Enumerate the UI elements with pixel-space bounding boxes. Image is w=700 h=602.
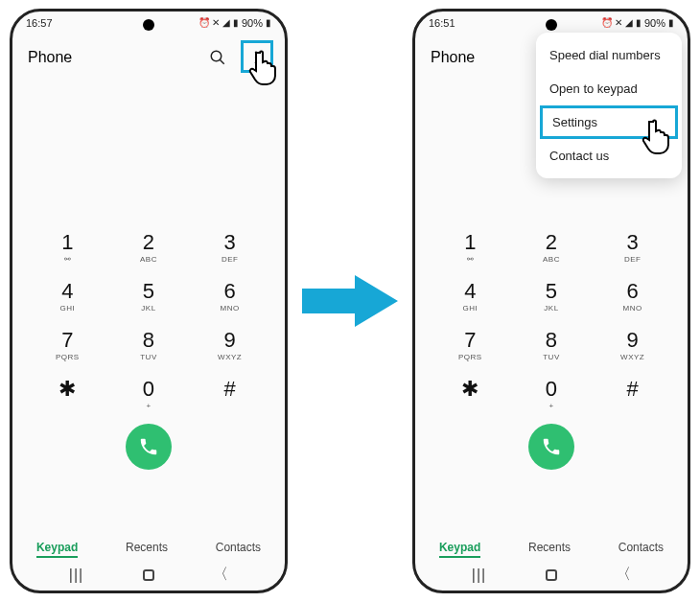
tab-contacts[interactable]: Contacts xyxy=(618,541,664,558)
key-1[interactable]: 1⚯ xyxy=(32,232,104,264)
nav-home-icon[interactable] xyxy=(143,569,154,581)
key-0[interactable]: 0+ xyxy=(113,379,185,410)
tab-keypad[interactable]: Keypad xyxy=(36,541,78,558)
menu-open-keypad[interactable]: Open to keypad xyxy=(536,72,682,105)
power-button xyxy=(689,203,690,238)
overflow-menu: Speed dial numbers Open to keypad Settin… xyxy=(536,33,682,178)
dialer-keypad: 1⚯2ABC3DEF4GHI5JKL6MNO7PQRS8TUV9WXYZ✱0+# xyxy=(434,232,668,410)
page-title: Phone xyxy=(431,49,475,66)
key-1[interactable]: 1⚯ xyxy=(434,232,506,264)
svg-line-1 xyxy=(220,59,224,64)
status-time: 16:57 xyxy=(26,17,53,29)
svg-point-2 xyxy=(255,52,257,54)
key-8[interactable]: 8TUV xyxy=(516,330,588,361)
menu-contact-us[interactable]: Contact us xyxy=(536,139,682,173)
call-button[interactable] xyxy=(126,424,172,470)
status-icons: ⏰ ✕ ◢ ▮ xyxy=(601,18,642,28)
phone-frame-step2: 16:51 ⏰ ✕ ◢ ▮ 90% ▮ Phone Speed dial num… xyxy=(412,9,690,593)
tab-keypad[interactable]: Keypad xyxy=(439,541,480,558)
camera-hole xyxy=(546,19,557,31)
call-button[interactable] xyxy=(528,424,574,470)
menu-speed-dial[interactable]: Speed dial numbers xyxy=(536,38,682,72)
power-button xyxy=(287,203,288,238)
volume-button xyxy=(689,136,690,194)
search-icon[interactable] xyxy=(204,44,231,71)
svg-point-3 xyxy=(255,57,257,58)
tab-recents[interactable]: Recents xyxy=(126,541,168,558)
key-3[interactable]: 3DEF xyxy=(596,232,668,264)
battery-icon: ▮ xyxy=(266,18,271,28)
page-title: Phone xyxy=(28,49,72,66)
more-options-icon[interactable] xyxy=(243,44,269,71)
tab-contacts[interactable]: Contacts xyxy=(216,541,261,558)
nav-recent-icon[interactable]: ||| xyxy=(472,567,486,584)
key-6[interactable]: 6MNO xyxy=(194,281,266,313)
key-6[interactable]: 6MNO xyxy=(596,281,668,313)
key-5[interactable]: 5JKL xyxy=(516,281,588,313)
key-4[interactable]: 4GHI xyxy=(32,281,104,313)
svg-point-0 xyxy=(211,51,222,61)
volume-button xyxy=(287,136,288,194)
nav-back-icon[interactable]: 〈 xyxy=(213,565,228,585)
tab-recents[interactable]: Recents xyxy=(528,541,571,558)
nav-home-icon[interactable] xyxy=(546,569,557,581)
svg-point-4 xyxy=(255,61,257,63)
nav-bar: ||| 〈 xyxy=(415,565,688,585)
key-7[interactable]: 7PQRS xyxy=(32,330,104,361)
nav-back-icon[interactable]: 〈 xyxy=(616,565,631,585)
bottom-tabs: Keypad Recents Contacts xyxy=(415,541,688,558)
phone-frame-step1: 16:57 ⏰ ✕ ◢ ▮ 90% ▮ Phone 1⚯2ABC3DEF4GHI… xyxy=(10,9,288,593)
key-2[interactable]: 2ABC xyxy=(113,232,185,264)
app-header: Phone xyxy=(12,29,285,79)
dialer-keypad: 1⚯2ABC3DEF4GHI5JKL6MNO7PQRS8TUV9WXYZ✱0+# xyxy=(32,232,266,410)
status-battery: 90% xyxy=(644,17,665,29)
bottom-tabs: Keypad Recents Contacts xyxy=(12,541,285,558)
nav-recent-icon[interactable]: ||| xyxy=(69,567,83,584)
key-hash[interactable]: # xyxy=(596,379,668,410)
key-9[interactable]: 9WXYZ xyxy=(194,330,266,361)
key-3[interactable]: 3DEF xyxy=(194,232,266,264)
svg-marker-5 xyxy=(302,275,398,327)
key-7[interactable]: 7PQRS xyxy=(434,330,506,361)
key-hash[interactable]: # xyxy=(194,379,266,410)
nav-bar: ||| 〈 xyxy=(12,565,285,585)
key-star[interactable]: ✱ xyxy=(32,379,104,410)
key-star[interactable]: ✱ xyxy=(434,379,506,410)
camera-hole xyxy=(143,19,154,31)
key-0[interactable]: 0+ xyxy=(516,379,588,410)
key-8[interactable]: 8TUV xyxy=(113,330,185,361)
menu-settings[interactable]: Settings xyxy=(540,105,678,139)
step-arrow-icon xyxy=(297,267,403,335)
key-9[interactable]: 9WXYZ xyxy=(596,330,668,361)
status-battery: 90% xyxy=(242,17,263,29)
status-time: 16:51 xyxy=(429,17,455,29)
key-2[interactable]: 2ABC xyxy=(516,232,588,264)
key-4[interactable]: 4GHI xyxy=(434,281,506,313)
status-icons: ⏰ ✕ ◢ ▮ xyxy=(198,18,239,28)
battery-icon: ▮ xyxy=(668,18,674,28)
key-5[interactable]: 5JKL xyxy=(113,281,185,313)
